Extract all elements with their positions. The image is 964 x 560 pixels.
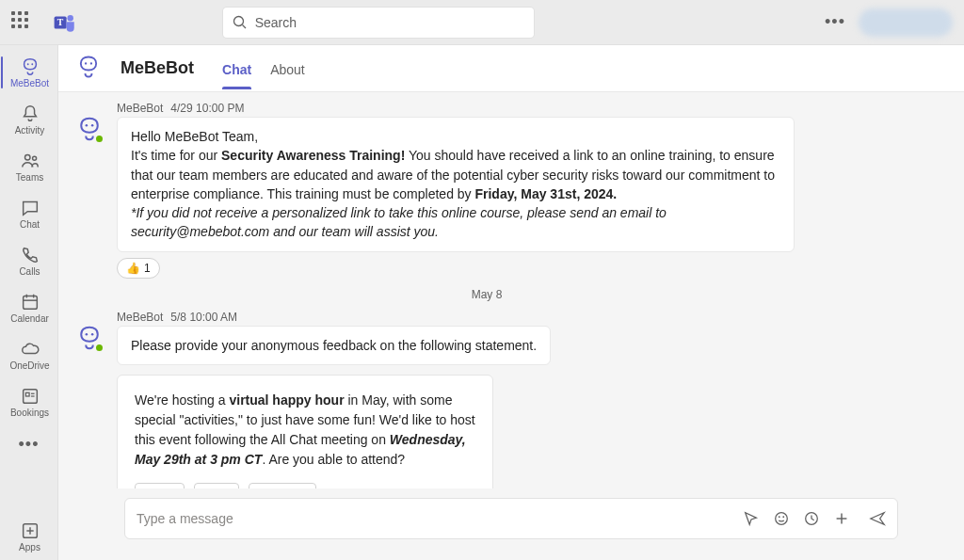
left-rail: MeBeBot Activity Teams Chat Calls Calend… — [0, 45, 58, 560]
message-list[interactable]: MeBeBot 4/29 10:00 PM Hello MeBeBot Team… — [58, 92, 964, 488]
teams-logo-icon: T — [53, 10, 77, 35]
presence-available-icon — [94, 343, 104, 353]
message: MeBeBot 5/8 10:00 AM Please provide your… — [75, 311, 898, 488]
svg-line-4 — [242, 24, 246, 28]
profile-button[interactable] — [859, 8, 953, 37]
rail-item-chat[interactable]: Chat — [3, 190, 56, 237]
rail-item-apps[interactable]: Apps — [3, 513, 56, 560]
svg-point-25 — [91, 333, 94, 336]
svg-point-26 — [776, 513, 788, 525]
svg-text:T: T — [57, 17, 64, 27]
giphy-icon[interactable] — [803, 510, 820, 527]
bell-icon — [20, 104, 40, 124]
rail-label: Chat — [20, 220, 40, 230]
rail-label: Apps — [19, 543, 40, 552]
rail-label: Activity — [15, 126, 45, 136]
more-options-icon[interactable]: ••• — [825, 12, 845, 32]
app-launcher-icon[interactable] — [11, 11, 34, 34]
sender-name: MeBeBot — [117, 102, 163, 115]
rail-label: MeBeBot — [10, 79, 49, 88]
plus-icon[interactable] — [833, 510, 850, 527]
calendar-icon — [20, 292, 40, 312]
search-input[interactable] — [255, 15, 524, 30]
message-line: Hello MeBeBot Team, — [131, 127, 780, 146]
sender-name: MeBeBot — [117, 311, 163, 324]
app-header: MeBeBot Chat About — [58, 45, 964, 92]
svg-point-21 — [90, 62, 92, 64]
rail-label: Calendar — [10, 314, 49, 324]
tab-chat[interactable]: Chat — [222, 49, 251, 88]
svg-rect-9 — [23, 296, 37, 310]
rail-label: Teams — [16, 173, 43, 183]
message-line: It's time for our Security Awareness Tra… — [131, 146, 780, 203]
message: MeBeBot 4/29 10:00 PM Hello MeBeBot Team… — [75, 102, 898, 279]
reaction-pill[interactable]: 👍 1 — [117, 258, 160, 279]
app-header-icon — [75, 54, 102, 84]
svg-point-27 — [779, 516, 780, 518]
message-bubble: Please provide your anonymous feedback o… — [117, 326, 551, 365]
top-bar: T ••• — [0, 0, 964, 45]
emoji-icon[interactable] — [773, 510, 790, 527]
chat-icon — [20, 198, 40, 218]
search-box[interactable] — [223, 8, 534, 38]
bookings-icon — [20, 386, 40, 407]
timestamp: 4/29 10:00 PM — [170, 102, 244, 115]
rail-item-mebebot[interactable]: MeBeBot — [3, 49, 56, 96]
reaction-count: 1 — [144, 262, 151, 275]
rail-more-icon[interactable]: ••• — [19, 425, 40, 464]
tab-about[interactable]: About — [270, 49, 305, 88]
search-icon — [233, 15, 248, 30]
rail-item-calendar[interactable]: Calendar — [3, 284, 56, 331]
phone-icon — [20, 245, 40, 265]
svg-rect-14 — [25, 392, 29, 396]
rail-item-onedrive[interactable]: OneDrive — [3, 331, 56, 378]
rail-item-teams[interactable]: Teams — [3, 143, 56, 190]
rail-item-bookings[interactable]: Bookings — [3, 378, 56, 425]
bot-icon — [20, 56, 40, 77]
compose-input[interactable] — [137, 511, 733, 526]
app-title: MeBeBot — [120, 58, 194, 78]
svg-point-20 — [85, 62, 87, 64]
card-text: We're hosting a virtual happy hour in Ma… — [135, 391, 475, 470]
format-icon[interactable] — [743, 510, 760, 527]
rail-item-activity[interactable]: Activity — [3, 96, 56, 143]
timestamp: 5/8 10:00 AM — [170, 311, 237, 324]
send-icon[interactable] — [869, 510, 886, 527]
presence-available-icon — [94, 134, 104, 144]
date-divider: May 8 — [75, 288, 898, 301]
message-bubble: Hello MeBeBot Team, It's time for our Se… — [117, 117, 795, 252]
svg-point-3 — [233, 16, 243, 25]
rail-label: OneDrive — [9, 361, 49, 371]
compose-area — [58, 488, 964, 560]
rail-item-calls[interactable]: Calls — [3, 237, 56, 284]
svg-point-24 — [86, 333, 88, 336]
content-pane: MeBeBot Chat About MeBeBot 4/29 10:00 — [58, 45, 964, 560]
thumbs-up-icon: 👍 — [126, 262, 140, 275]
svg-point-5 — [26, 63, 28, 65]
rail-label: Calls — [19, 267, 40, 277]
svg-point-2 — [67, 14, 73, 21]
svg-point-23 — [91, 124, 94, 127]
svg-point-22 — [86, 124, 88, 127]
compose-box[interactable] — [124, 498, 898, 539]
apps-add-icon — [20, 520, 40, 541]
svg-point-8 — [32, 156, 36, 160]
people-icon — [20, 151, 40, 171]
svg-point-7 — [24, 155, 30, 161]
svg-point-28 — [782, 516, 784, 518]
cloud-icon — [20, 339, 40, 360]
adaptive-card: We're hosting a virtual happy hour in Ma… — [117, 375, 493, 488]
svg-point-6 — [31, 63, 33, 65]
rail-label: Bookings — [10, 408, 49, 418]
message-line: *If you did not receive a personalized l… — [131, 203, 780, 242]
